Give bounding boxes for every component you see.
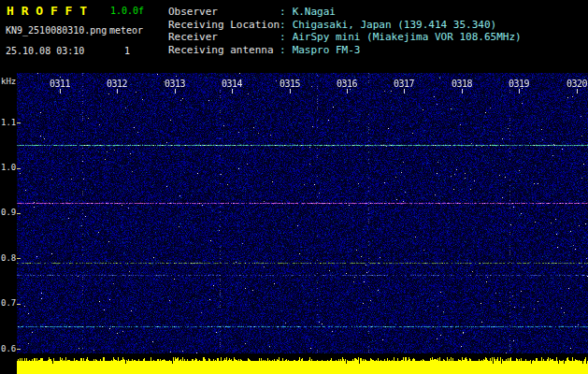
y-tick-label-0_7: 0.7 bbox=[1, 298, 17, 308]
signal-level-canvas bbox=[17, 356, 588, 374]
x-tick-label-0317: 0317 bbox=[393, 79, 415, 89]
app-title: H R O F F T bbox=[7, 4, 87, 18]
y-tick-label-0_6: 0.6 bbox=[1, 344, 17, 353]
location-value: Chigasaki, Japan (139.414 35.340) bbox=[293, 19, 497, 31]
colon: : bbox=[280, 31, 286, 43]
hrofft-screen: H R O F F T 1.0.0f KN9_2510080310.png me… bbox=[0, 0, 588, 374]
meteor-counter-value: 1 bbox=[124, 46, 130, 56]
y-tick-label-1_0: 1.0 bbox=[1, 163, 17, 172]
colon: : bbox=[280, 44, 286, 56]
info-row-receiver: Receiver:AirSpy mini (Miakejima VOR 108.… bbox=[168, 31, 522, 44]
output-filename: KN9_2510080310.png bbox=[6, 25, 107, 36]
x-tick-label-0311: 0311 bbox=[49, 79, 71, 89]
x-tick-label-0313: 0313 bbox=[164, 79, 186, 89]
x-tick-label-0312: 0312 bbox=[106, 79, 128, 89]
info-row-location: Receiving Location:Chigasaki, Japan (139… bbox=[168, 19, 522, 32]
x-tick-label-0319: 0319 bbox=[508, 79, 530, 89]
antenna-value: Maspro FM-3 bbox=[293, 44, 361, 56]
colon: : bbox=[280, 6, 286, 18]
x-tick-label-0318: 0318 bbox=[451, 79, 473, 89]
spectrogram-canvas bbox=[17, 73, 588, 353]
x-tick-label-0315: 0315 bbox=[279, 79, 301, 89]
info-row-observer: Observer:K.Nagai bbox=[168, 6, 522, 19]
x-tick-label-0314: 0314 bbox=[221, 79, 243, 89]
info-row-antenna: Receiving antenna:Maspro FM-3 bbox=[168, 44, 522, 57]
x-tick-label-0316: 0316 bbox=[336, 79, 358, 89]
location-label: Receiving Location bbox=[168, 19, 280, 32]
antenna-label: Receiving antenna bbox=[168, 44, 280, 57]
receiver-value: AirSpy mini (Miakejima VOR 108.65MHz) bbox=[293, 31, 522, 43]
datetime: 25.10.08 03:10 bbox=[6, 46, 84, 56]
app-version: 1.0.0f bbox=[110, 6, 144, 16]
y-tick-label-0_9: 0.9 bbox=[1, 208, 17, 217]
meteor-counter-label: meteor bbox=[109, 25, 143, 36]
observer-label: Observer bbox=[168, 6, 280, 19]
y-tick-label-1_1: 1.1 bbox=[1, 118, 17, 127]
station-info: Observer:K.Nagai Receiving Location:Chig… bbox=[168, 6, 522, 56]
x-tick-label-0320: 0320 bbox=[566, 79, 588, 89]
colon: : bbox=[280, 19, 286, 31]
observer-value: K.Nagai bbox=[293, 6, 336, 18]
y-tick-label-0_8: 0.8 bbox=[1, 253, 17, 263]
header: H R O F F T 1.0.0f KN9_2510080310.png me… bbox=[0, 0, 588, 73]
y-axis-unit-label: kHz bbox=[1, 77, 16, 86]
receiver-label: Receiver bbox=[168, 31, 280, 44]
